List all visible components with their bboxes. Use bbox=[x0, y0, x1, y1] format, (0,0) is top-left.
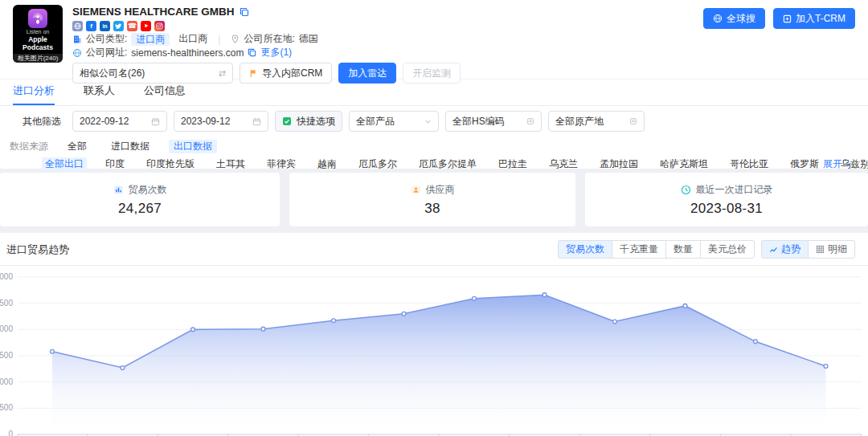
supplier-icon bbox=[411, 185, 421, 195]
metric-toggle-group: 贸易次数 千克重量 数量 美元总价 bbox=[558, 240, 755, 259]
website-label: 公司网址: bbox=[86, 46, 127, 59]
other-filters-label: 其他筛选 bbox=[23, 115, 61, 128]
copy-website-icon[interactable] bbox=[248, 48, 256, 57]
svg-text:500: 500 bbox=[0, 403, 13, 412]
origin-value: 全部原产地 bbox=[555, 115, 624, 128]
country-tab[interactable]: 哥伦比亚 bbox=[727, 157, 772, 171]
stat-label: 供应商 bbox=[426, 183, 455, 197]
website-icon[interactable] bbox=[72, 21, 83, 31]
more-link[interactable]: 更多(1) bbox=[260, 46, 292, 59]
date-to-input[interactable]: 2023-09-12 bbox=[174, 111, 268, 132]
stat-card-suppliers: 供应商 38 bbox=[289, 173, 575, 226]
source-all[interactable]: 全部 bbox=[63, 140, 92, 153]
linkedin-icon[interactable]: in bbox=[100, 21, 110, 31]
stat-card-last-import: 最近一次进口记录 2023-08-31 bbox=[585, 173, 868, 226]
tab-company-info[interactable]: 公司信息 bbox=[144, 84, 186, 105]
tab-contacts[interactable]: 联系人 bbox=[84, 84, 115, 105]
svg-text:1,500: 1,500 bbox=[0, 351, 13, 360]
location-label: 公司所在地: bbox=[244, 32, 294, 46]
youtube-icon[interactable] bbox=[141, 21, 151, 31]
country-tab[interactable]: 印度抢先版 bbox=[143, 157, 198, 171]
svg-text:3,000: 3,000 bbox=[0, 272, 13, 281]
stat-value-suppliers: 38 bbox=[424, 201, 440, 217]
stat-label: 贸易次数 bbox=[129, 183, 167, 197]
country-tab[interactable]: 孟加拉国 bbox=[596, 157, 641, 171]
similar-company-value: 相似公司名(26) bbox=[80, 67, 219, 80]
svg-text:2,500: 2,500 bbox=[0, 299, 13, 308]
stat-value-last-import: 2023-08-31 bbox=[690, 201, 763, 217]
date-from-input[interactable]: 2022-09-12 bbox=[72, 111, 167, 132]
svg-text:1,000: 1,000 bbox=[0, 377, 13, 386]
clock-icon bbox=[681, 185, 691, 195]
country-tab[interactable]: 俄罗斯 bbox=[787, 157, 822, 171]
copy-company-name-icon[interactable] bbox=[240, 7, 249, 17]
link-icon: ⇄ bbox=[219, 68, 226, 79]
expand-label: 展开 bbox=[823, 157, 842, 171]
metric-usd-total[interactable]: 美元总价 bbox=[700, 240, 755, 259]
podcast-icon bbox=[28, 9, 47, 28]
table-icon bbox=[816, 245, 825, 254]
company-header: Listen on Apple Podcasts 相关图片(240) SIEME… bbox=[0, 0, 868, 79]
country-tab[interactable]: 厄瓜多尔提单 bbox=[416, 157, 480, 171]
phone-icon[interactable]: ☎ bbox=[127, 21, 137, 31]
quick-options-button[interactable]: 快捷选项 bbox=[275, 111, 342, 132]
chevron-down-icon bbox=[424, 118, 432, 125]
stat-card-trade-count: 贸易次数 24,267 bbox=[0, 173, 280, 226]
country-tab-all-export[interactable]: 全部出口 bbox=[42, 157, 87, 171]
country-tab[interactable]: 乌克兰 bbox=[546, 157, 581, 171]
filter-bar: 其他筛选 2022-09-12 2023-09-12 快捷选项 全部产品 全部H… bbox=[0, 106, 868, 137]
add-radar-label: 加入雷达 bbox=[348, 67, 387, 80]
instagram-icon[interactable] bbox=[154, 21, 165, 31]
view-trend-button[interactable]: 趋势 bbox=[761, 240, 809, 259]
country-tab[interactable]: 印度 bbox=[102, 157, 128, 171]
stat-label: 最近一次进口记录 bbox=[696, 183, 773, 197]
add-tcrm-button[interactable]: 加入T-CRM bbox=[773, 8, 855, 29]
start-monitor-button[interactable]: 开启监测 bbox=[403, 63, 461, 84]
trend-chart: 05001,0001,5002,0002,5003,0002022-092022… bbox=[0, 266, 868, 436]
origin-select[interactable]: 全部原产地 bbox=[548, 111, 645, 132]
country-tab[interactable]: 哈萨克斯坦 bbox=[657, 157, 711, 171]
source-export[interactable]: 出口数据 bbox=[169, 140, 217, 153]
country-tab[interactable]: 厄瓜多尔 bbox=[355, 157, 400, 171]
hs-code-select[interactable]: 全部HS编码 bbox=[445, 111, 542, 132]
tab-import-analysis[interactable]: 进口分析 bbox=[13, 84, 55, 105]
list-picker-icon bbox=[629, 117, 637, 125]
global-search-button[interactable]: 全球搜 bbox=[703, 8, 765, 29]
import-crm-button[interactable]: 导入内部CRM bbox=[240, 63, 332, 84]
global-search-icon bbox=[713, 14, 723, 23]
quick-options-label: 快捷选项 bbox=[297, 115, 335, 128]
add-radar-button[interactable]: 加入雷达 bbox=[338, 63, 396, 84]
stat-value-trade-count: 24,267 bbox=[118, 201, 162, 217]
date-from-value: 2022-09-12 bbox=[80, 116, 146, 127]
website-value[interactable]: siemens-healthineers.com bbox=[131, 47, 244, 59]
product-select[interactable]: 全部产品 bbox=[349, 111, 439, 132]
metric-trade-count[interactable]: 贸易次数 bbox=[558, 240, 612, 259]
data-source-section: 数据来源 全部 进口数据 出口数据 全部出口 印度 印度抢先版 土耳其 菲律宾 … bbox=[0, 137, 868, 169]
flag-icon bbox=[249, 69, 258, 78]
import-crm-label: 导入内部CRM bbox=[262, 67, 322, 80]
facebook-icon[interactable]: f bbox=[86, 21, 96, 31]
add-tcrm-label: 加入T-CRM bbox=[796, 12, 845, 26]
country-tab[interactable]: 菲律宾 bbox=[264, 157, 299, 171]
metric-quantity[interactable]: 数量 bbox=[665, 240, 701, 259]
stats-row: 贸易次数 24,267 供应商 38 最近一次进口记录 2023-08-31 bbox=[0, 173, 868, 226]
company-type-label: 公司类型: bbox=[86, 32, 127, 46]
trend-section: 进口贸易趋势 贸易次数 千克重量 数量 美元总价 趋势 明细 05001,00 bbox=[0, 233, 868, 436]
metric-kg-weight[interactable]: 千克重量 bbox=[612, 240, 666, 259]
company-logo: Listen on Apple Podcasts 相关图片(240) bbox=[13, 5, 63, 63]
tcrm-box-icon bbox=[783, 14, 792, 23]
chevron-down-icon bbox=[845, 161, 852, 168]
source-import[interactable]: 进口数据 bbox=[106, 140, 154, 153]
svg-text:2,000: 2,000 bbox=[0, 324, 13, 333]
similar-company-input[interactable]: 相似公司名(26) ⇄ bbox=[72, 63, 233, 84]
expand-link[interactable]: 展开 bbox=[823, 157, 852, 171]
type-importer-badge: 进口商 bbox=[131, 33, 170, 46]
view-detail-button[interactable]: 明细 bbox=[808, 240, 855, 259]
bar-chart-icon bbox=[113, 185, 124, 195]
twitter-icon[interactable] bbox=[113, 21, 124, 31]
country-tab[interactable]: 土耳其 bbox=[213, 157, 248, 171]
related-images-caption: 相关图片(240) bbox=[13, 54, 63, 63]
country-tab[interactable]: 巴拉圭 bbox=[495, 157, 530, 171]
hs-code-value: 全部HS编码 bbox=[452, 115, 522, 128]
country-tab[interactable]: 越南 bbox=[314, 157, 340, 171]
